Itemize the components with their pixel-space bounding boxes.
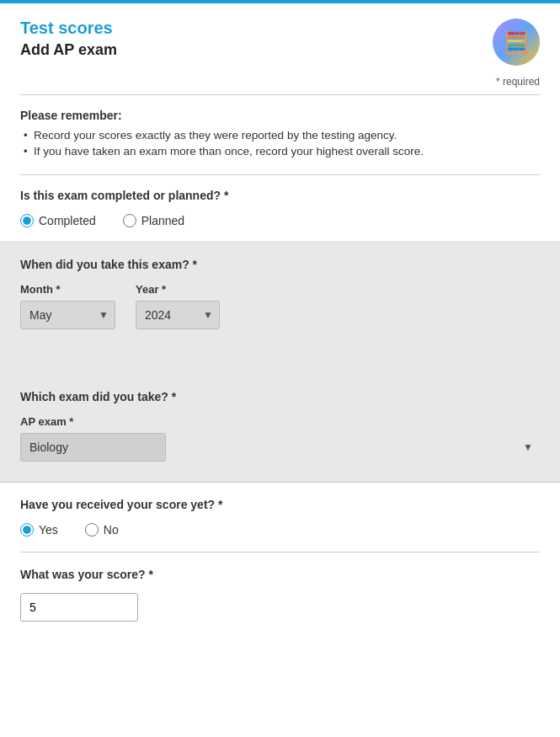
question3-section: Which exam did you take? * AP exam * Bio… [0, 373, 560, 482]
completed-option[interactable]: Completed [20, 214, 96, 227]
year-field-group: Year * 2020 2021 2022 2023 2024 2025 ▼ [136, 283, 220, 329]
month-select[interactable]: January February March April May June Ju… [20, 301, 115, 329]
no-radio[interactable] [85, 523, 99, 537]
page-subtitle: Add AP exam [20, 41, 117, 59]
remember-list: Record your scores exactly as they were … [20, 129, 540, 158]
question5-label: What was your score? * [20, 568, 540, 581]
month-field-group: Month * January February March April May… [20, 283, 115, 329]
question4-section: Have you received your score yet? * Yes … [0, 482, 560, 552]
year-select[interactable]: 2020 2021 2022 2023 2024 2025 [136, 301, 220, 329]
yes-label: Yes [39, 523, 58, 537]
question4-label: Have you received your score yet? * [20, 498, 540, 511]
planned-radio[interactable] [123, 214, 136, 227]
header-left: Test scores Add AP exam [20, 19, 117, 59]
question1-radio-group: Completed Planned [20, 214, 540, 227]
ap-exam-label: AP exam * [20, 415, 540, 428]
completed-label: Completed [39, 214, 96, 227]
question1-section: Is this exam completed or planned? * Com… [0, 175, 560, 241]
bullet-2: If you have taken an exam more than once… [20, 145, 540, 158]
header: Test scores Add AP exam 🧮 [0, 3, 560, 76]
ap-exam-select-wrapper: Biology Calculus AB Calculus BC Chemistr… [20, 433, 540, 462]
planned-label: Planned [141, 214, 184, 227]
month-select-wrapper: January February March April May June Ju… [20, 301, 115, 329]
completed-radio[interactable] [20, 214, 34, 227]
ap-exam-select[interactable]: Biology Calculus AB Calculus BC Chemistr… [20, 433, 166, 462]
yes-option[interactable]: Yes [20, 523, 58, 537]
ap-exam-field-group: AP exam * Biology Calculus AB Calculus B… [20, 415, 540, 462]
year-select-wrapper: 2020 2021 2022 2023 2024 2025 ▼ [136, 301, 220, 329]
calculator-icon: 🧮 [503, 29, 530, 56]
required-note: * required [0, 76, 560, 94]
no-label: No [104, 523, 119, 537]
year-label: Year * [136, 283, 220, 296]
ap-exam-chevron-icon: ▼ [523, 441, 533, 453]
remember-section: Please remember: Record your scores exac… [0, 95, 560, 174]
no-option[interactable]: No [85, 523, 119, 537]
question2-label: When did you take this exam? * [20, 258, 540, 271]
score-input[interactable] [20, 593, 138, 622]
month-label: Month * [20, 283, 115, 296]
question3-label: Which exam did you take? * [20, 390, 540, 403]
page-title: Test scores [20, 19, 117, 38]
question5-section: What was your score? * [0, 553, 560, 642]
header-icon: 🧮 [493, 19, 540, 66]
yes-radio[interactable] [20, 523, 34, 537]
question1-label: Is this exam completed or planned? * [20, 189, 540, 202]
question4-radio-group: Yes No [20, 523, 540, 537]
question2-section: When did you take this exam? * Month * J… [0, 241, 560, 373]
bullet-1: Record your scores exactly as they were … [20, 129, 540, 142]
remember-title: Please remember: [20, 109, 540, 122]
planned-option[interactable]: Planned [123, 214, 184, 227]
date-fields: Month * January February March April May… [20, 283, 540, 329]
